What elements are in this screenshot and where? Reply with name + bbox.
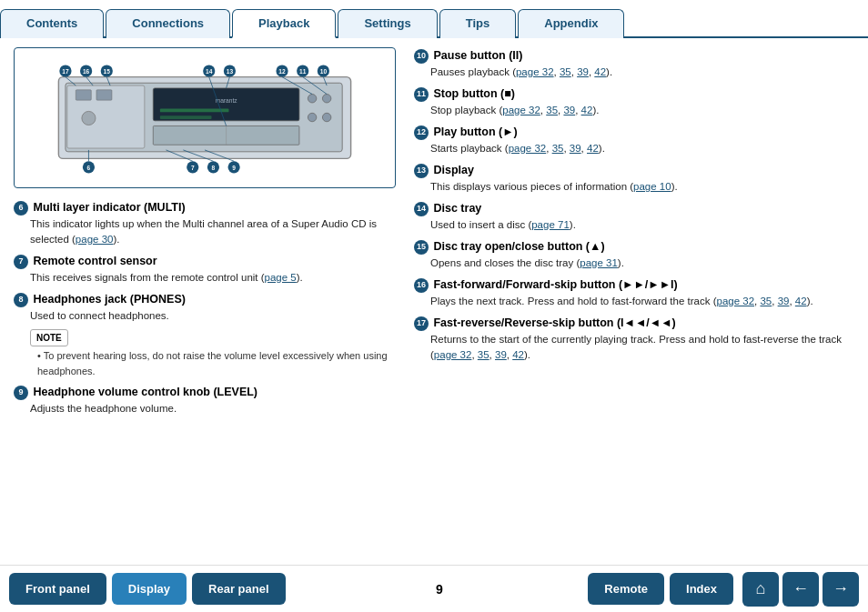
desc-item-12: 12 Play button (►) Starts playback (page… <box>414 124 854 156</box>
link-r0b[interactable]: 35 <box>560 66 571 77</box>
link-r6d[interactable]: 42 <box>795 296 807 306</box>
svg-text:6: 6 <box>87 165 91 171</box>
num-16: 16 <box>414 278 429 293</box>
footer: Front panel Display Rear panel 9 Remote … <box>0 565 868 612</box>
svg-text:9: 9 <box>232 165 236 171</box>
link-r5[interactable]: page 31 <box>580 257 618 268</box>
svg-text:13: 13 <box>227 68 234 75</box>
svg-text:15: 15 <box>104 68 111 75</box>
rear-panel-button[interactable]: Rear panel <box>192 573 285 605</box>
svg-point-10 <box>322 95 330 103</box>
link-r0[interactable]: page 32 <box>516 66 554 77</box>
num-7: 7 <box>14 255 28 269</box>
num-12: 12 <box>414 125 429 140</box>
tab-appendix[interactable]: Appendix <box>518 9 624 38</box>
link-r7b[interactable]: 35 <box>478 349 490 360</box>
svg-text:marantz: marantz <box>216 97 238 104</box>
display-button[interactable]: Display <box>112 573 187 605</box>
desc-item-10: 10 Pause button (II) Pauses playback (pa… <box>414 47 854 80</box>
desc-item-15: 15 Disc tray open/close button (▲) Opens… <box>414 238 854 271</box>
num-15: 15 <box>414 240 429 255</box>
svg-text:17: 17 <box>62 68 69 75</box>
svg-text:16: 16 <box>83 68 90 75</box>
note-text: • To prevent hearing loss, do not raise … <box>37 348 396 378</box>
svg-point-12 <box>322 113 330 121</box>
desc-item-6: 6 Multi layer indicator (MULTI) This ind… <box>14 199 396 247</box>
link-r0d[interactable]: 42 <box>594 66 606 77</box>
note-label: NOTE <box>30 329 68 346</box>
svg-point-13 <box>82 111 96 125</box>
num-9: 9 <box>14 386 28 400</box>
link-r1b[interactable]: 35 <box>546 105 558 115</box>
num-17: 17 <box>414 316 429 331</box>
link-r7[interactable]: page 32 <box>434 349 472 360</box>
svg-text:11: 11 <box>299 68 307 75</box>
link-r2[interactable]: page 32 <box>509 143 547 154</box>
num-13: 13 <box>414 164 429 178</box>
tab-tips[interactable]: Tips <box>439 9 517 38</box>
link-r6c[interactable]: 39 <box>778 296 790 306</box>
device-diagram-svg: marantz 17 <box>22 55 388 180</box>
link-r2c[interactable]: 39 <box>570 143 581 154</box>
svg-text:10: 10 <box>320 68 328 75</box>
link-page5[interactable]: page 5 <box>265 272 297 283</box>
svg-rect-14 <box>76 90 91 100</box>
tab-contents[interactable]: Contents <box>0 9 104 38</box>
svg-point-9 <box>308 95 316 103</box>
device-diagram-container: marantz 17 <box>14 47 396 188</box>
num-6: 6 <box>14 201 28 216</box>
svg-text:8: 8 <box>212 165 216 171</box>
link-r1[interactable]: page 32 <box>502 105 540 115</box>
desc-item-17: 17 Fast-reverse/Reverse-skip button (I◄◄… <box>414 315 854 363</box>
link-r7c[interactable]: 39 <box>495 349 507 360</box>
svg-rect-6 <box>160 115 212 119</box>
link-r1c[interactable]: 39 <box>563 105 575 115</box>
num-10: 10 <box>414 49 429 64</box>
desc-item-13: 13 Display This displays various pieces … <box>414 162 854 195</box>
num-11: 11 <box>414 87 429 102</box>
link-r7d[interactable]: 42 <box>512 349 524 360</box>
link-r6b[interactable]: 35 <box>760 296 772 306</box>
num-14: 14 <box>414 202 429 216</box>
main-content: marantz 17 <box>0 38 868 561</box>
link-r4[interactable]: page 71 <box>531 219 570 230</box>
tab-playback[interactable]: Playback <box>232 9 336 38</box>
desc-item-16: 16 Fast-forward/Forward-skip button (►►/… <box>414 276 854 309</box>
svg-text:12: 12 <box>278 68 286 75</box>
link-page30[interactable]: page 30 <box>76 234 114 245</box>
page-number: 9 <box>291 582 589 597</box>
link-r3[interactable]: page 10 <box>633 181 671 192</box>
desc-item-8: 8 Headphones jack (PHONES) Used to conne… <box>14 291 396 324</box>
link-r1d[interactable]: 42 <box>581 105 593 115</box>
forward-button[interactable]: → <box>823 572 859 607</box>
left-descriptions: 6 Multi layer indicator (MULTI) This ind… <box>14 199 396 416</box>
svg-rect-5 <box>160 109 229 113</box>
link-r2b[interactable]: 35 <box>552 143 564 154</box>
back-button[interactable]: ← <box>782 572 819 607</box>
desc-item-14: 14 Disc tray Used to insert a disc (page… <box>414 200 854 233</box>
link-r2d[interactable]: 42 <box>587 143 599 154</box>
tab-settings[interactable]: Settings <box>338 9 437 38</box>
note-box-container: NOTE • To prevent hearing loss, do not r… <box>14 329 396 378</box>
desc-item-11: 11 Stop button (■) Stop playback (page 3… <box>414 85 854 118</box>
home-button[interactable]: ⌂ <box>742 572 779 607</box>
right-column: 10 Pause button (II) Pauses playback (pa… <box>414 47 854 552</box>
link-r6[interactable]: page 32 <box>716 296 754 306</box>
svg-text:14: 14 <box>206 68 213 75</box>
num-8: 8 <box>14 293 28 307</box>
nav-tabs: Contents Connections Playback Settings T… <box>0 0 868 38</box>
tab-connections[interactable]: Connections <box>106 9 230 38</box>
link-r0c[interactable]: 39 <box>577 66 589 77</box>
remote-button[interactable]: Remote <box>588 573 664 605</box>
front-panel-button[interactable]: Front panel <box>9 573 106 605</box>
left-column: marantz 17 <box>14 47 396 552</box>
svg-point-11 <box>308 113 316 121</box>
desc-item-9: 9 Headphone volume control knob (LEVEL) … <box>14 384 396 416</box>
svg-rect-15 <box>96 90 112 100</box>
index-button[interactable]: Index <box>670 573 733 605</box>
desc-item-7: 7 Remote control sensor This receives si… <box>14 253 396 286</box>
svg-text:7: 7 <box>191 165 195 171</box>
